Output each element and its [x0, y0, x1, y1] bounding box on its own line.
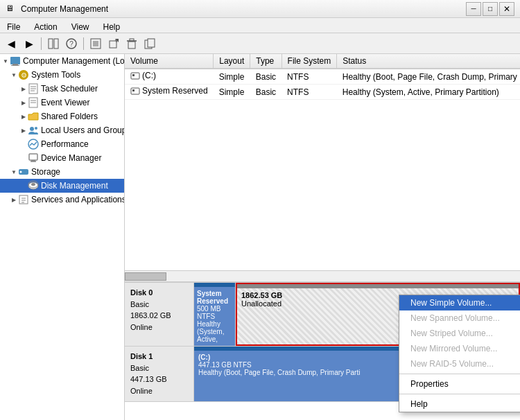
tree-event-viewer[interactable]: ▶ Event Viewer: [0, 96, 124, 110]
svg-text:?: ?: [69, 40, 73, 48]
minimize-button[interactable]: ─: [466, 2, 481, 16]
scroll-thumb: [125, 272, 166, 281]
event-viewer-label: Event Viewer: [41, 98, 89, 107]
table-row[interactable]: System Reserved Simple Basic NTFS Health…: [125, 85, 520, 100]
help-icon: ?: [66, 38, 77, 49]
svg-rect-16: [12, 64, 18, 65]
svg-rect-42: [131, 73, 139, 79]
cell-layout-1: Simple: [214, 85, 250, 100]
cell-volume-0: (C:): [125, 69, 214, 85]
local-users-arrow: ▶: [19, 126, 28, 134]
tree-panel: ▼ Computer Management (Local) ▼ ⚙ System…: [0, 54, 125, 420]
menu-file[interactable]: File: [0, 19, 27, 31]
col-volume[interactable]: Volume: [125, 54, 214, 69]
copy-icon: [144, 38, 155, 49]
menu-view[interactable]: View: [64, 19, 96, 31]
help-button[interactable]: ?: [63, 36, 80, 51]
col-status[interactable]: Status: [337, 54, 520, 69]
forward-button[interactable]: ▶: [21, 36, 37, 51]
tree-performance[interactable]: Performance: [0, 137, 124, 151]
svg-text:⚙: ⚙: [21, 71, 27, 79]
services-label: Services and Applications: [31, 195, 125, 204]
title-bar: 🖥 Computer Management ─ □ ✕: [0, 0, 520, 18]
toolbar-separator-2: [83, 37, 84, 50]
shared-folders-icon: [28, 111, 39, 122]
tree-storage[interactable]: ▼ Storage: [0, 165, 124, 179]
device-manager-label: Device Manager: [41, 153, 101, 163]
back-button[interactable]: ◀: [3, 36, 19, 51]
cell-type-0: Basic: [250, 69, 281, 85]
tree-device-manager[interactable]: Device Manager: [0, 151, 124, 165]
col-filesystem[interactable]: File System: [281, 54, 337, 69]
tree-system-tools[interactable]: ▼ ⚙ System Tools: [0, 68, 124, 82]
performance-label: Performance: [41, 139, 89, 149]
tree-local-users[interactable]: ▶ Local Users and Groups: [0, 123, 124, 137]
context-menu-help[interactable]: Help: [399, 396, 520, 412]
snap-icon: [90, 38, 101, 49]
show-hide-console-tree[interactable]: [45, 36, 62, 51]
cell-fs-1: NTFS: [281, 85, 337, 100]
shared-folders-label: Shared Folders: [41, 112, 98, 121]
svg-point-34: [20, 171, 22, 173]
cell-fs-0: NTFS: [281, 69, 337, 85]
col-type[interactable]: Type: [250, 54, 281, 69]
toolbar-btn-6[interactable]: [141, 36, 158, 51]
svg-rect-1: [54, 39, 58, 49]
event-viewer-arrow: ▶: [19, 98, 28, 107]
context-menu-new-striped[interactable]: New Striped Volume...: [399, 326, 520, 341]
context-menu-new-spanned[interactable]: New Spanned Volume...: [399, 310, 520, 326]
cell-volume-1: System Reserved: [125, 85, 214, 100]
context-menu-new-simple[interactable]: New Simple Volume...: [399, 295, 520, 310]
device-manager-arrow: [19, 154, 28, 162]
svg-rect-43: [132, 74, 135, 76]
context-menu-properties[interactable]: Properties: [399, 376, 520, 392]
svg-rect-10: [128, 42, 135, 49]
tree-task-scheduler[interactable]: ▶ Task Scheduler: [0, 82, 124, 96]
root-icon: [10, 55, 21, 67]
task-scheduler-icon: [28, 83, 39, 94]
local-users-label: Local Users and Groups: [41, 125, 125, 135]
tree-shared-folders[interactable]: ▶ Shared Folders: [0, 110, 124, 123]
toolbar-btn-3[interactable]: [87, 36, 104, 51]
volume-table: Volume Layout Type File System Status (C…: [125, 54, 520, 100]
new-icon: [108, 38, 119, 49]
menu-bar: File Action View Help: [0, 18, 520, 33]
menu-action[interactable]: Action: [27, 19, 64, 31]
partition-system-reserved[interactable]: System Reserved 500 MB NTFS Healthy (Sys…: [194, 283, 236, 346]
toolbar-btn-4[interactable]: [105, 36, 122, 51]
tree-root[interactable]: ▼ Computer Management (Local): [0, 54, 124, 68]
horizontal-scrollbar[interactable]: [125, 270, 520, 281]
svg-rect-5: [93, 41, 98, 46]
storage-label: Storage: [31, 167, 60, 177]
toolbar-separator-1: [41, 37, 42, 50]
tree-disk-management[interactable]: Disk Management: [0, 179, 124, 193]
svg-rect-6: [110, 41, 116, 48]
svg-rect-14: [148, 39, 155, 47]
close-button[interactable]: ✕: [499, 2, 514, 16]
window-icon: 🖥: [6, 3, 17, 15]
context-menu-separator-1: [399, 374, 520, 374]
cell-status-1: Healthy (System, Active, Primary Partiti…: [337, 85, 520, 100]
context-menu-new-mirrored[interactable]: New Mirrored Volume...: [399, 341, 520, 356]
shared-folders-arrow: ▶: [19, 112, 28, 121]
services-arrow: ▶: [10, 195, 18, 204]
menu-help[interactable]: Help: [96, 19, 128, 31]
maximize-button[interactable]: □: [483, 2, 498, 16]
window-controls: ─ □ ✕: [466, 2, 514, 16]
system-tools-arrow: ▼: [10, 71, 18, 79]
disk-management-arrow: [19, 182, 28, 190]
table-row[interactable]: (C:) Simple Basic NTFS Healthy (Boot, Pa…: [125, 69, 520, 85]
context-menu-new-raid5[interactable]: New RAID-5 Volume...: [399, 356, 520, 371]
cell-status-0: Healthy (Boot, Page File, Crash Dump, Pr…: [337, 69, 520, 85]
delete-icon: [126, 38, 137, 49]
tree-services-apps[interactable]: ▶ Services and Applications: [0, 193, 124, 207]
tree-icon: [48, 38, 59, 49]
drive-icon-1: [130, 86, 140, 96]
root-arrow: ▼: [1, 57, 10, 65]
col-layout[interactable]: Layout: [214, 54, 250, 69]
svg-point-27: [30, 127, 34, 131]
toolbar-btn-5[interactable]: [123, 36, 140, 51]
volume-table-area: Volume Layout Type File System Status (C…: [125, 54, 520, 270]
svg-rect-44: [131, 88, 139, 94]
disk-0-label: Disk 0 Basic 1863.02 GB Online: [125, 283, 194, 346]
